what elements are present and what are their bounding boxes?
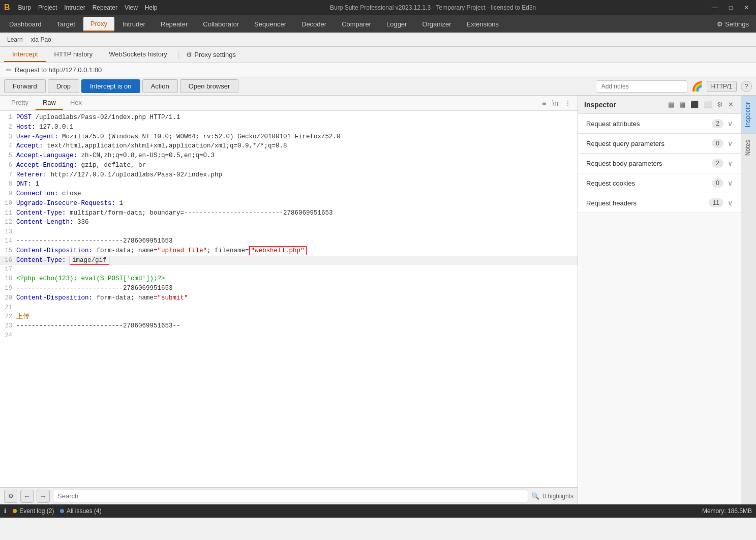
- more-icon[interactable]: ⋮: [562, 98, 573, 108]
- chevron-down-icon: ∨: [728, 179, 733, 187]
- action-button[interactable]: Action: [142, 79, 178, 93]
- code-line-2: 2 Host: 127.0.0.1: [0, 123, 578, 132]
- tab-dashboard[interactable]: Dashboard: [2, 17, 49, 31]
- drop-button[interactable]: Drop: [48, 79, 79, 93]
- proxy-tab-websockets-history[interactable]: WebSockets history: [101, 47, 175, 62]
- tab-logger[interactable]: Logger: [379, 17, 414, 31]
- menu-view[interactable]: View: [125, 4, 138, 11]
- code-editor[interactable]: 1 POST /uploadlabs/Pass-02/index.php HTT…: [0, 111, 578, 487]
- all-issues[interactable]: All issues (4): [60, 507, 101, 515]
- menu-repeater[interactable]: Repeater: [93, 4, 117, 11]
- inspector-settings-icon[interactable]: ⚙: [716, 100, 724, 109]
- tab-extensions[interactable]: Extensions: [460, 17, 506, 31]
- add-notes-input[interactable]: [596, 80, 687, 93]
- memory-usage: Memory: 186.5MB: [702, 507, 752, 515]
- side-tabs: Inspector Notes: [741, 96, 756, 504]
- minimize-button[interactable]: —: [709, 3, 721, 12]
- code-line-8: 8 DNT: 1: [0, 179, 578, 189]
- editor-tab-pretty[interactable]: Pretty: [4, 96, 36, 110]
- code-line-14: 14 ----------------------------278606995…: [0, 236, 578, 246]
- inspector-icons: ▤ ▦ ⬛ ⬜ ⚙ ✕: [667, 100, 735, 109]
- bottom-toolbar: ⚙ ← → 🔍 0 highlights: [0, 487, 578, 504]
- inspector-request-attributes[interactable]: Request attributes 2 ∨: [578, 114, 741, 134]
- intercept-button[interactable]: Intercept is on: [81, 79, 140, 93]
- proxy-tab-http-history[interactable]: HTTP history: [46, 47, 101, 62]
- window-controls[interactable]: — □ ✕: [709, 3, 752, 12]
- code-line-13: 13: [0, 227, 578, 236]
- list-view-icon[interactable]: ▤: [667, 100, 675, 109]
- code-line-22: 22 上传: [0, 312, 578, 322]
- title-bar: B Burp Project Intruder Repeater View He…: [0, 0, 756, 15]
- inspector-query-params[interactable]: Request query parameters 0 ∨: [578, 134, 741, 154]
- http-version-badge: HTTP/1: [707, 81, 737, 92]
- tab-proxy[interactable]: Proxy: [83, 17, 114, 32]
- query-params-count: 0: [712, 139, 723, 148]
- inspector-close-icon[interactable]: ✕: [727, 100, 735, 109]
- xia-pao-link[interactable]: xia Pao: [28, 35, 54, 44]
- secondary-nav: Learn xia Pao: [0, 33, 756, 47]
- title-bar-menu[interactable]: Burp Project Intruder Repeater View Help: [18, 4, 158, 11]
- align-right-icon[interactable]: ⬜: [703, 100, 713, 109]
- chevron-down-icon: ∨: [728, 139, 733, 147]
- code-line-15: 15 Content-Disposition: form-data; name=…: [0, 246, 578, 256]
- inspector-cookies[interactable]: Request cookies 0 ∨: [578, 173, 741, 193]
- info-icon: ℹ: [4, 507, 7, 515]
- menu-intruder[interactable]: Intruder: [64, 4, 85, 11]
- maximize-button[interactable]: □: [726, 3, 736, 12]
- request-target: Request to http://127.0.0.1:80: [15, 66, 102, 74]
- code-line-10: 10 Upgrade-Insecure-Requests: 1: [0, 199, 578, 208]
- grid-view-icon[interactable]: ▦: [678, 100, 686, 109]
- align-left-icon[interactable]: ⬛: [689, 100, 700, 109]
- tab-repeater[interactable]: Repeater: [154, 17, 195, 31]
- search-input[interactable]: [53, 490, 528, 502]
- proxy-tab-intercept[interactable]: Intercept: [4, 47, 46, 62]
- help-button[interactable]: ?: [741, 81, 752, 92]
- open-browser-button[interactable]: Open browser: [180, 79, 239, 93]
- forward-button[interactable]: Forward: [4, 79, 46, 93]
- close-button[interactable]: ✕: [741, 3, 752, 12]
- side-tab-inspector[interactable]: Inspector: [741, 96, 756, 133]
- learn-link[interactable]: Learn: [4, 35, 26, 44]
- newline-icon[interactable]: \n: [550, 98, 560, 108]
- tab-collaborator[interactable]: Collaborator: [196, 17, 246, 31]
- forward-nav-button[interactable]: →: [37, 490, 50, 503]
- headers-count: 11: [709, 198, 723, 207]
- editor-tab-hex[interactable]: Hex: [63, 96, 89, 110]
- inspector-header: Inspector ▤ ▦ ⬛ ⬜ ⚙ ✕: [578, 96, 741, 114]
- back-button[interactable]: ←: [20, 490, 34, 503]
- event-log[interactable]: Event log (2): [13, 507, 54, 515]
- code-line-6: 6 Accept-Encoding: gzip, deflate, br: [0, 161, 578, 170]
- inspector-body-params[interactable]: Request body parameters 2 ∨: [578, 154, 741, 173]
- menu-burp[interactable]: Burp: [18, 4, 31, 11]
- chevron-down-icon: ∨: [728, 199, 733, 207]
- request-attributes-count: 2: [712, 119, 723, 128]
- code-line-16: 16 Content-Type: image/gif: [0, 256, 578, 265]
- proxy-settings-label[interactable]: Proxy settings: [194, 51, 236, 58]
- settings-label[interactable]: Settings: [725, 20, 749, 28]
- gear-icon: ⚙: [717, 20, 723, 28]
- editor-panel: Pretty Raw Hex ≡ \n ⋮ 1 POST /uploadlabs…: [0, 96, 578, 504]
- menu-help[interactable]: Help: [145, 4, 158, 11]
- tab-target[interactable]: Target: [50, 17, 82, 31]
- tab-decoder[interactable]: Decoder: [294, 17, 334, 31]
- tab-comparer[interactable]: Comparer: [335, 17, 378, 31]
- settings-small-button[interactable]: ⚙: [4, 490, 17, 503]
- tab-sequencer[interactable]: Sequencer: [247, 17, 293, 31]
- issues-dot: [60, 509, 64, 513]
- search-icon: 🔍: [531, 492, 539, 500]
- editor-tabs: Pretty Raw Hex ≡ \n ⋮: [0, 96, 578, 111]
- tab-intruder[interactable]: Intruder: [115, 17, 153, 31]
- tab-organizer[interactable]: Organizer: [415, 17, 458, 31]
- proxy-settings-button[interactable]: ⚙ Proxy settings: [181, 49, 241, 61]
- inspector-headers[interactable]: Request headers 11 ∨: [578, 193, 741, 213]
- side-tab-notes[interactable]: Notes: [741, 133, 756, 162]
- text-wrap-icon[interactable]: ≡: [540, 98, 548, 108]
- code-line-17: 17: [0, 265, 578, 274]
- menu-project[interactable]: Project: [38, 4, 57, 11]
- proxy-tabs: Intercept HTTP history WebSockets histor…: [0, 47, 756, 63]
- code-line-5: 5 Accept-Language: zh-CN,zh;q=0.8,en-US;…: [0, 151, 578, 161]
- settings-button[interactable]: ⚙ Settings: [712, 17, 754, 31]
- editor-tab-raw[interactable]: Raw: [36, 96, 63, 110]
- action-toolbar: Forward Drop Intercept is on Action Open…: [0, 77, 756, 96]
- code-line-7: 7 Referer: http://127.0.0.1/uploadlabs/P…: [0, 170, 578, 180]
